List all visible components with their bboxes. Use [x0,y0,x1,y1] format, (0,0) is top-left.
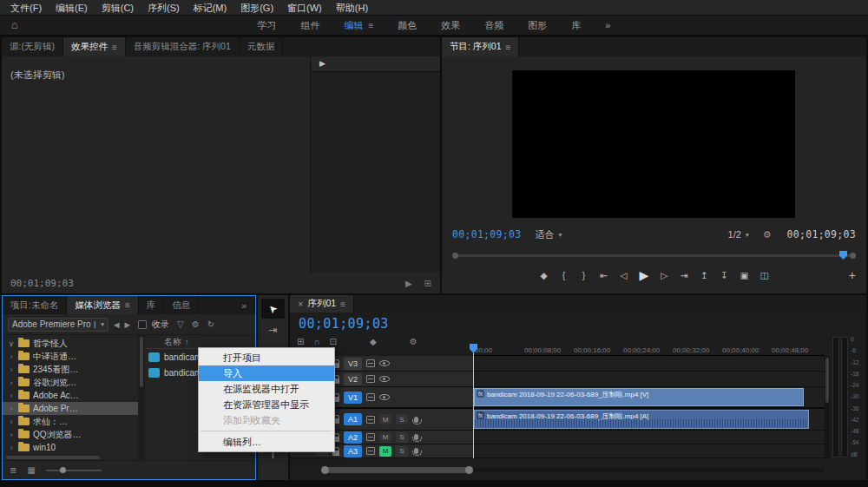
location-dropdown[interactable]: Adobe Premiere Pro 自… ▾ [8,318,108,332]
tab-sequence[interactable]: × 序列01 ≡ [290,295,354,313]
menu-file[interactable]: 文件(F) [3,0,49,16]
voiceover-mic-icon[interactable] [414,417,418,423]
timeline-settings-icon[interactable]: ⚙ [410,337,418,346]
timeline-timecode[interactable]: 00;01;09;03 [299,316,389,332]
tree-item[interactable]: › 求仙：… [3,415,138,428]
scrollbar-thumb[interactable] [323,467,473,473]
mute-button[interactable]: M [379,432,391,443]
play-icon[interactable]: ▶ [405,279,412,288]
nest-icon[interactable]: ⊞ [297,337,304,346]
back-icon[interactable]: ◀ [114,320,120,329]
tree-list-splitter[interactable] [138,335,145,460]
add-marker-icon[interactable]: ◆ [370,337,377,346]
comparison-view-icon[interactable]: ◫ [760,270,768,280]
solo-button[interactable]: S [396,432,408,443]
filter-icon[interactable]: ▽ [177,319,184,329]
ingest-settings-icon[interactable]: ⚙ [192,319,200,329]
sync-lock-icon[interactable] [366,416,375,424]
mark-in-icon[interactable]: { [560,270,569,280]
timeline-vertical-scrollbar[interactable] [825,356,830,458]
go-to-out-icon[interactable]: ⇥ [680,270,688,280]
panel-menu-icon[interactable]: ≡ [340,299,345,309]
tree-horizontal-scrollbar[interactable] [6,456,100,459]
workspace-tab-assembly[interactable]: 组件 [301,19,320,32]
track-select-forward-tool[interactable]: ⇥ [261,319,285,339]
tree-item[interactable]: › QQ浏览器… [3,428,138,441]
disclosure-icon[interactable]: › [8,444,15,452]
disclosure-icon[interactable]: › [8,392,15,400]
tree-item[interactable]: › 谷歌浏览… [3,376,138,389]
sync-lock-icon[interactable] [366,393,375,401]
track-target-a2[interactable]: A2 [344,431,362,444]
timeline-horizontal-scrollbar[interactable] [321,466,825,474]
tree-item[interactable]: › win10 [3,441,138,454]
sync-lock-icon[interactable] [366,359,375,367]
track-target-v1[interactable]: V1 [344,392,362,404]
workspace-overflow-icon[interactable]: » [605,20,610,30]
context-menu-item-edit-columns[interactable]: 编辑列… [199,434,334,450]
track-lane-v2[interactable] [473,372,830,386]
track-lane-v1[interactable]: fx bandicam 2018-09-19 22-06-03-689_压制啦.… [473,387,830,407]
zoom-level-dropdown[interactable]: 适合 ▾ [535,228,562,241]
disclosure-icon[interactable]: › [8,352,15,361]
home-icon[interactable]: ⌂ [7,18,23,32]
disclosure-icon[interactable]: › [8,431,15,439]
linked-selection-icon[interactable]: ⊡ [330,337,337,346]
playback-resolution-dropdown[interactable]: 1/2 ▾ [728,229,749,240]
tab-source-monitor[interactable]: 源:(无剪辑) [2,37,63,56]
add-marker-icon[interactable]: ◆ [540,270,549,280]
track-target-v2[interactable]: V2 [344,373,362,385]
disclosure-icon[interactable]: ∨ [8,339,15,348]
track-lane-a1[interactable]: fx bandicam 2018-09-19 22-06-03-689_压制啦.… [473,409,830,430]
scrubber-playhead[interactable] [839,251,847,260]
solo-button[interactable]: S [396,414,408,424]
context-menu-item-import[interactable]: 导入 [199,365,334,381]
button-editor-icon[interactable]: + [849,268,856,282]
track-output-eye-icon[interactable] [379,376,390,382]
play-button-icon[interactable]: ▶ [640,268,649,282]
scrollbar-thumb[interactable] [825,358,829,403]
panel-overflow-icon[interactable]: » [233,296,255,314]
frame-icon[interactable]: ⊞ [424,279,431,288]
step-forward-icon[interactable]: ▷ [660,270,668,280]
mini-timeline-ruler[interactable]: ▶ [311,56,440,72]
panel-menu-icon[interactable]: ≡ [112,43,117,52]
tab-program-monitor[interactable]: 节目: 序列01 ≡ [442,37,519,56]
disclosure-icon[interactable]: › [8,418,15,426]
panel-menu-icon[interactable]: ≡ [506,43,511,52]
menu-graphics[interactable]: 图形(G) [233,0,280,16]
track-lane-a3[interactable] [473,444,830,457]
mark-out-icon[interactable]: } [580,270,589,280]
workspace-tab-libraries[interactable]: 库 [571,19,581,32]
effect-controls-mini-timeline[interactable]: ▶ [310,56,440,273]
zoom-handle-left[interactable] [321,466,329,474]
solo-button[interactable]: S [396,446,408,457]
extract-icon[interactable]: ↧ [720,270,728,280]
tree-item-selected[interactable]: › Adobe Pr… [3,402,138,415]
track-lane-a2[interactable] [473,431,830,444]
go-to-in-icon[interactable]: ⇤ [600,270,608,280]
timeline-ruler[interactable]: 00;00 00;00;08;00 00;00;16;00 00;00;24;0… [473,344,825,356]
workspace-tab-effects[interactable]: 效果 [441,19,460,32]
tab-media-browser[interactable]: 媒体浏览器 ≡ [67,296,138,314]
scrubber-track[interactable] [454,254,854,257]
context-menu-item-open-project[interactable]: 打开项目 [199,350,334,365]
mute-button-active[interactable]: M [379,446,391,457]
tab-libraries[interactable]: 库 [139,296,165,314]
audio-clip[interactable]: fx bandicam 2018-09-19 22-06-03-689_压制啦.… [474,410,809,429]
tab-audio-clip-mixer[interactable]: 音频剪辑混合器: 序列01 [126,37,240,56]
menu-markers[interactable]: 标记(M) [187,0,234,16]
workspace-tab-color[interactable]: 颜色 [398,19,417,32]
tab-project[interactable]: 项目:未命名 [3,296,67,314]
workspace-tab-learning[interactable]: 学习 [258,19,277,32]
menu-clip[interactable]: 剪辑(C) [95,0,141,16]
context-menu-item-reveal-in-explorer[interactable]: 在资源管理器中显示 [199,397,334,412]
menu-window[interactable]: 窗口(W) [280,0,329,16]
workspace-menu-icon[interactable]: ≡ [369,21,374,30]
track-output-eye-icon[interactable] [379,360,390,366]
lift-icon[interactable]: ↥ [700,270,708,280]
splitter-scrollbar-thumb[interactable] [140,337,143,387]
list-view-icon[interactable]: ≣ [10,465,16,475]
sync-lock-icon[interactable] [366,433,375,441]
tab-metadata[interactable]: 元数据 [240,37,284,56]
